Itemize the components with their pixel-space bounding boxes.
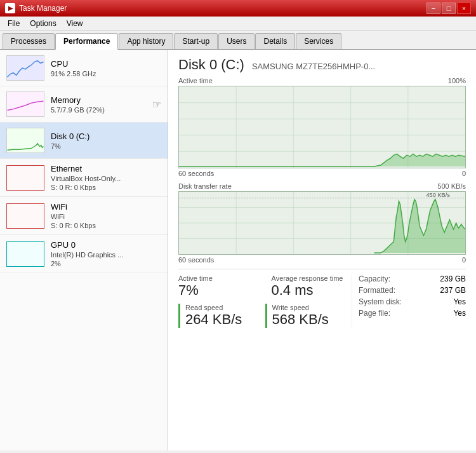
ethernet-info: Ethernet VirtualBox Host-Only... S: 0 R:… bbox=[51, 164, 161, 191]
right-panel: Disk 0 (C:) SAMSUNG MZ7TE256HMHP-0... Ac… bbox=[168, 50, 476, 450]
stats-row: Active time 7% Average response time 0.4… bbox=[178, 269, 466, 328]
tab-startup[interactable]: Start-up bbox=[174, 33, 218, 49]
chart1-bottom-right: 0 bbox=[462, 170, 466, 177]
gpu-name: GPU 0 bbox=[51, 240, 161, 250]
svg-rect-0 bbox=[8, 56, 44, 80]
svg-rect-6 bbox=[179, 86, 465, 168]
chart1-label: Active time bbox=[178, 77, 213, 85]
svg-text:450 KB/s: 450 KB/s bbox=[426, 192, 451, 198]
formatted-value: 237 GB bbox=[440, 286, 466, 295]
close-button[interactable]: × bbox=[457, 3, 471, 14]
sidebar-item-wifi[interactable]: WiFi WiFi S: 0 R: 0 Kbps bbox=[0, 197, 168, 235]
right-stats: Capacity: 239 GB Formatted: 237 GB Syste… bbox=[352, 274, 466, 328]
tab-users[interactable]: Users bbox=[218, 33, 255, 49]
chart2-label-row: Disk transfer rate 500 KB/s bbox=[178, 182, 466, 190]
tab-bar: Processes Performance App history Start-… bbox=[0, 30, 476, 50]
title-bar-left: ▶ Task Manager bbox=[5, 3, 67, 13]
read-speed-block: Read speed 264 KB/s bbox=[178, 304, 259, 328]
menu-bar: File Options View bbox=[0, 17, 476, 30]
app-icon: ▶ bbox=[5, 3, 15, 13]
read-speed-value: 264 KB/s bbox=[185, 311, 259, 328]
minimize-button[interactable]: − bbox=[426, 3, 440, 14]
gpu-thumbnail bbox=[6, 241, 44, 267]
speed-row: Read speed 264 KB/s Write speed 568 KB/s bbox=[178, 304, 352, 328]
gpu-info: GPU 0 Intel(R) HD Graphics ... 2% bbox=[51, 240, 161, 267]
memory-thumbnail bbox=[6, 91, 44, 117]
tab-details[interactable]: Details bbox=[255, 33, 295, 49]
disk-name: Disk 0 (C:) bbox=[51, 132, 161, 141]
capacity-label: Capacity: bbox=[359, 274, 390, 283]
sidebar-item-memory[interactable]: Memory 5.7/7.9 GB (72%) ☞ bbox=[0, 86, 168, 123]
sidebar-item-disk[interactable]: Disk 0 (C:) 7% bbox=[0, 123, 168, 159]
tab-performance[interactable]: Performance bbox=[55, 33, 118, 50]
disk-model: SAMSUNG MZ7TE256HMHP-0... bbox=[252, 62, 375, 71]
chart2-bottom-right: 0 bbox=[462, 256, 466, 264]
page-file-row: Page file: Yes bbox=[359, 309, 466, 318]
system-disk-label: System disk: bbox=[359, 297, 402, 306]
wifi-detail2: S: 0 R: 0 Kbps bbox=[51, 222, 161, 229]
title-bar: ▶ Task Manager − □ × bbox=[0, 0, 476, 17]
memory-name: Memory bbox=[51, 95, 143, 105]
svg-rect-4 bbox=[7, 204, 44, 229]
active-time-stat: Active time 7% bbox=[178, 274, 259, 299]
tab-processes[interactable]: Processes bbox=[3, 33, 55, 49]
memory-detail: 5.7/7.9 GB (72%) bbox=[51, 106, 143, 114]
svg-rect-1 bbox=[8, 92, 44, 116]
chart2-label: Disk transfer rate bbox=[178, 182, 232, 190]
capacity-value: 239 GB bbox=[440, 274, 466, 283]
active-time-label: Active time bbox=[178, 274, 251, 282]
transfer-rate-chart: 450 KB/s bbox=[178, 191, 466, 255]
menu-options[interactable]: Options bbox=[26, 18, 60, 29]
top-stats: Active time 7% Average response time 0.4… bbox=[178, 274, 352, 299]
sidebar-item-gpu[interactable]: GPU 0 Intel(R) HD Graphics ... 2% bbox=[0, 235, 168, 273]
ethernet-thumbnail bbox=[6, 165, 44, 191]
ethernet-detail2: S: 0 R: 0 Kbps bbox=[51, 184, 161, 191]
write-speed-label: Write speed bbox=[272, 304, 346, 311]
sidebar-item-cpu[interactable]: CPU 91% 2.58 GHz bbox=[0, 50, 168, 86]
cpu-info: CPU 91% 2.58 GHz bbox=[51, 59, 161, 78]
write-speed-value: 568 KB/s bbox=[272, 311, 346, 328]
tab-services[interactable]: Services bbox=[296, 33, 341, 49]
left-stats: Active time 7% Average response time 0.4… bbox=[178, 274, 352, 328]
disk-info: Disk 0 (C:) 7% bbox=[51, 132, 161, 150]
avg-response-stat: Average response time 0.4 ms bbox=[272, 274, 352, 299]
write-speed-block: Write speed 568 KB/s bbox=[265, 304, 346, 328]
cpu-detail: 91% 2.58 GHz bbox=[51, 70, 161, 78]
system-disk-row: System disk: Yes bbox=[359, 297, 466, 306]
svg-rect-5 bbox=[7, 242, 44, 267]
sidebar-item-ethernet[interactable]: Ethernet VirtualBox Host-Only... S: 0 R:… bbox=[0, 159, 168, 197]
svg-rect-3 bbox=[7, 166, 44, 191]
active-time-value: 7% bbox=[178, 282, 251, 299]
disk-thumbnail bbox=[6, 128, 44, 153]
gpu-detail: Intel(R) HD Graphics ... bbox=[51, 251, 161, 259]
transfer-rate-section: Disk transfer rate 500 KB/s bbox=[178, 182, 466, 264]
active-time-section: Active time 100% bbox=[178, 77, 466, 177]
main-content: CPU 91% 2.58 GHz Memory 5.7/7.9 GB (72%)… bbox=[0, 50, 476, 450]
chart2-bottom-left: 60 seconds bbox=[178, 256, 214, 264]
maximize-button[interactable]: □ bbox=[442, 3, 456, 14]
menu-view[interactable]: View bbox=[63, 18, 87, 29]
capacity-row: Capacity: 239 GB bbox=[359, 274, 466, 283]
title-bar-text: Task Manager bbox=[19, 4, 67, 13]
disk-detail: 7% bbox=[51, 142, 161, 150]
chart1-label-row: Active time 100% bbox=[178, 77, 466, 85]
menu-file[interactable]: File bbox=[4, 18, 23, 29]
chart1-bottom: 60 seconds 0 bbox=[178, 170, 466, 177]
page-file-value: Yes bbox=[453, 309, 466, 318]
chart2-max: 500 KB/s bbox=[437, 182, 466, 190]
chart1-max: 100% bbox=[448, 77, 466, 85]
formatted-label: Formatted: bbox=[359, 286, 395, 295]
system-disk-value: Yes bbox=[453, 297, 466, 306]
wifi-name: WiFi bbox=[51, 202, 161, 212]
active-time-chart bbox=[178, 86, 466, 168]
cpu-thumbnail bbox=[6, 55, 44, 81]
tab-app-history[interactable]: App history bbox=[119, 33, 173, 49]
ethernet-detail: VirtualBox Host-Only... bbox=[51, 175, 161, 182]
gpu-detail2: 2% bbox=[51, 260, 161, 267]
cursor-indicator: ☞ bbox=[152, 98, 161, 111]
avg-response-label: Average response time bbox=[272, 274, 345, 282]
window-controls: − □ × bbox=[426, 3, 471, 14]
read-speed-label: Read speed bbox=[185, 304, 259, 311]
disk-header: Disk 0 (C:) SAMSUNG MZ7TE256HMHP-0... bbox=[178, 57, 466, 73]
wifi-detail: WiFi bbox=[51, 213, 161, 220]
